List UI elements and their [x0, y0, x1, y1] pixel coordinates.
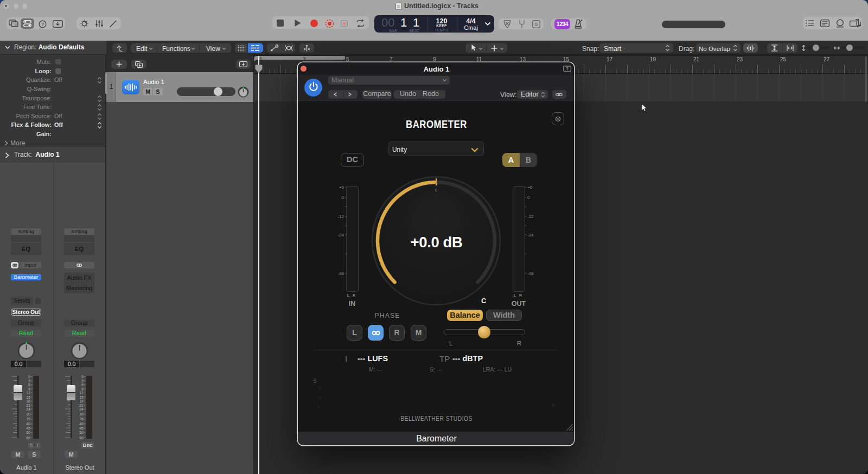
svg-text:18: 18 [26, 399, 30, 403]
svg-text:18: 18 [79, 399, 84, 403]
svg-text:-12: -12 [337, 214, 344, 219]
svg-text:15: 15 [563, 56, 570, 62]
svg-text:21: 21 [26, 403, 30, 407]
svg-text:0: 0 [435, 188, 437, 193]
svg-text:-24: -24 [337, 233, 344, 238]
svg-text:24: 24 [79, 407, 84, 411]
svg-text:40: 40 [26, 422, 30, 426]
svg-text:24: 24 [26, 407, 30, 411]
svg-text:45: 45 [79, 426, 84, 430]
svg-text:0: 0 [527, 195, 530, 200]
svg-text:19: 19 [650, 56, 656, 62]
svg-text:-48: -48 [527, 271, 534, 276]
svg-text:35: 35 [26, 417, 30, 421]
svg-text:30: 30 [26, 412, 30, 416]
svg-text:11: 11 [476, 56, 482, 62]
svg-text:13: 13 [520, 56, 526, 62]
svg-text:0: 0 [81, 375, 84, 379]
svg-text:60: 60 [26, 436, 30, 440]
svg-text:35: 35 [79, 417, 84, 421]
svg-text:27: 27 [824, 56, 830, 62]
svg-text:23: 23 [737, 56, 743, 62]
svg-text:30: 30 [79, 412, 84, 416]
svg-text:6: 6 [28, 383, 30, 387]
svg-text:7: 7 [390, 56, 393, 62]
svg-text:0: 0 [28, 375, 30, 379]
svg-text:9: 9 [81, 387, 84, 391]
svg-text:25: 25 [780, 56, 787, 62]
svg-text:50: 50 [26, 431, 30, 434]
svg-text:12: 12 [26, 391, 30, 395]
svg-text:+6: +6 [527, 185, 533, 190]
svg-text:17: 17 [607, 56, 613, 62]
svg-text:-12: -12 [527, 214, 534, 219]
svg-text:21: 21 [693, 56, 700, 62]
svg-text:50: 50 [79, 431, 84, 434]
svg-text:-48: -48 [337, 271, 344, 276]
svg-text:45: 45 [26, 426, 30, 430]
svg-text:0: 0 [342, 195, 344, 200]
svg-text:9: 9 [433, 56, 436, 62]
svg-text:60: 60 [79, 436, 84, 440]
svg-text:15: 15 [26, 395, 30, 399]
svg-text:-24: -24 [527, 233, 534, 238]
svg-text:3: 3 [303, 56, 306, 62]
svg-text:9: 9 [28, 387, 30, 391]
svg-text:40: 40 [79, 422, 84, 426]
svg-text:21: 21 [79, 403, 84, 407]
svg-text:1: 1 [259, 56, 263, 62]
svg-text:3: 3 [81, 379, 84, 383]
svg-text:6: 6 [81, 383, 84, 387]
svg-text:+6: +6 [339, 185, 344, 190]
svg-text:12: 12 [79, 391, 84, 395]
svg-text:15: 15 [79, 395, 84, 399]
svg-text:5: 5 [346, 56, 349, 62]
svg-text:3: 3 [28, 379, 30, 383]
